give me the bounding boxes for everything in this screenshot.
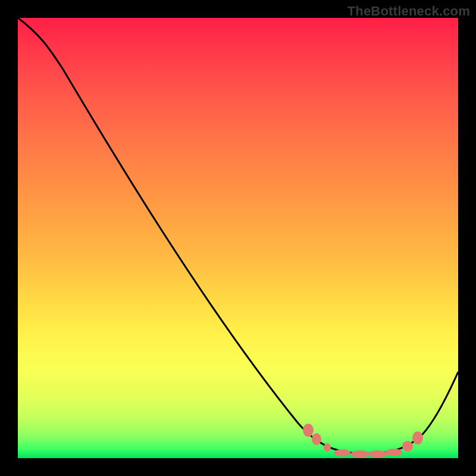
- marker-dot: [402, 441, 413, 452]
- marker-dot: [312, 433, 321, 445]
- marker-dot: [334, 449, 350, 456]
- plot-area: [18, 18, 458, 458]
- marker-dot: [324, 443, 331, 452]
- watermark-text: TheBottleneck.com: [347, 4, 470, 19]
- marker-dot: [368, 450, 387, 458]
- bottleneck-curve: [18, 18, 458, 453]
- curve-layer: [18, 18, 458, 458]
- marker-dot: [303, 424, 314, 437]
- chart-frame: TheBottleneck.com: [0, 0, 476, 476]
- marker-group: [303, 424, 423, 458]
- marker-dot: [386, 449, 402, 456]
- marker-dot: [412, 431, 423, 444]
- marker-dot: [350, 450, 369, 458]
